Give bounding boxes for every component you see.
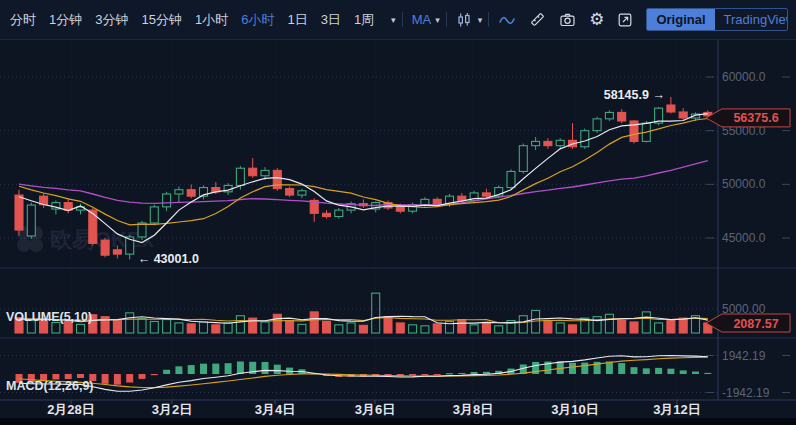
candle-body	[187, 190, 195, 196]
candle-body	[150, 207, 158, 223]
interval-tab-1[interactable]: 分时	[10, 11, 36, 29]
volume-bar	[138, 319, 146, 333]
indicator-line	[19, 357, 708, 387]
candle-body	[507, 171, 515, 187]
candle-body	[163, 194, 171, 207]
screenshot-icon[interactable]	[559, 12, 576, 28]
interval-tab-7[interactable]: 1日	[287, 11, 307, 29]
curve-icon[interactable]	[498, 12, 516, 28]
interval-tab-4[interactable]: 15分钟	[141, 11, 181, 29]
interval-tab-2[interactable]: 1分钟	[49, 11, 82, 29]
candle-body	[261, 170, 269, 175]
volume-bar	[519, 316, 527, 333]
mode-original-button[interactable]: Original	[647, 9, 714, 30]
volume-bar	[470, 325, 478, 333]
indicator-line	[19, 114, 708, 243]
macd-axis-label: -1942.19	[722, 386, 770, 400]
interval-tabs: 分时1分钟3分钟15分钟1小时6小时1日3日1周	[10, 11, 387, 29]
macd-histogram-bar	[618, 363, 625, 374]
volume-bar	[113, 321, 121, 333]
interval-tab-3[interactable]: 3分钟	[95, 11, 128, 29]
volume-bar	[679, 318, 687, 333]
volume-bar	[175, 323, 183, 333]
candle-body	[421, 199, 429, 204]
fullscreen-icon[interactable]	[617, 12, 633, 28]
candle-body	[101, 240, 109, 255]
intervals-more-caret[interactable]: ▾	[391, 15, 396, 25]
volume-bar	[347, 323, 355, 333]
indicator-line	[19, 119, 708, 225]
macd-indicator-label: MACD(12,26,9)	[6, 379, 94, 393]
candle-body	[298, 191, 306, 195]
volume-bar	[384, 317, 392, 333]
candle-body	[532, 141, 540, 145]
date-axis-label: 2月28日	[47, 402, 95, 417]
settings-icon[interactable]: ⚙	[589, 11, 604, 28]
volume-bar	[618, 321, 626, 333]
candle-body	[482, 193, 490, 196]
chart-mode-toggle: Original TradingView	[646, 8, 788, 31]
volume-bar	[187, 324, 195, 333]
candle-body	[458, 196, 466, 200]
macd-histogram-bar	[237, 361, 244, 374]
date-axis-label: 3月4日	[255, 402, 295, 417]
volume-bar	[52, 322, 60, 333]
ma-caret[interactable]: ▾	[435, 15, 440, 25]
macd-histogram-bar	[631, 367, 638, 374]
macd-histogram-bar	[151, 374, 158, 375]
bottom-strip	[0, 418, 796, 425]
volume-bar	[630, 322, 638, 333]
macd-histogram-bar	[569, 363, 576, 374]
interval-tab-9[interactable]: 1周	[354, 11, 374, 29]
candle-body	[113, 250, 121, 254]
candlestick-style-icon[interactable]	[456, 12, 472, 28]
interval-tab-5[interactable]: 1小时	[195, 11, 228, 29]
macd-axis-label: 1942.19	[722, 349, 766, 363]
volume-bar	[372, 293, 380, 333]
macd-histogram-bar	[581, 363, 588, 374]
volume-bar	[224, 323, 232, 333]
date-axis-label: 3月2日	[152, 402, 192, 417]
macd-histogram-bar	[655, 368, 662, 374]
mode-tradingview-button[interactable]: TradingView	[715, 9, 788, 30]
volume-bar	[335, 325, 343, 333]
volume-bar	[261, 322, 269, 333]
candle-body	[519, 146, 527, 172]
candle-body	[273, 170, 281, 188]
candle-body	[323, 213, 331, 216]
macd-histogram-bar	[274, 365, 281, 374]
macd-histogram-bar	[225, 363, 232, 374]
chart-toolbar: 分时1分钟3分钟15分钟1小时6小时1日3日1周 ▾ MA ▾ ▾	[0, 0, 796, 40]
volume-bar	[409, 325, 417, 333]
current-price-badge-text: 56375.6	[733, 111, 778, 125]
chart-style-caret[interactable]: ▾	[478, 15, 483, 25]
low-price-annotation: ← 43001.0	[138, 252, 199, 266]
high-price-annotation: 58145.9 →	[604, 88, 665, 102]
macd-histogram-bar	[200, 364, 207, 374]
candle-body	[605, 112, 613, 118]
macd-histogram-bar	[126, 374, 133, 383]
candlestick-chart[interactable]: 60000.055000.050000.045000.05000.001942.…	[0, 40, 796, 425]
interval-tab-8[interactable]: 3日	[321, 11, 341, 29]
price-axis-label: 50000.0	[722, 177, 766, 191]
macd-histogram-bar	[680, 370, 687, 374]
current-volume-badge-text: 2087.57	[733, 317, 778, 331]
date-axis-label: 3月10日	[551, 402, 599, 417]
drawing-tools-icon[interactable]	[529, 11, 546, 28]
candle-body	[138, 223, 146, 237]
interval-tab-6[interactable]: 6小时	[241, 11, 274, 29]
candle-body	[236, 168, 244, 185]
volume-bar	[667, 321, 675, 333]
candle-body	[249, 168, 257, 176]
volume-bar	[286, 321, 294, 333]
candle-body	[667, 105, 675, 112]
volume-bar	[396, 323, 404, 333]
macd-histogram-bar	[446, 373, 453, 374]
macd-histogram-bar	[77, 374, 84, 378]
ma-indicator-button[interactable]: MA	[412, 12, 432, 27]
date-axis-label: 3月12日	[653, 402, 701, 417]
date-axis-label: 3月8日	[453, 402, 493, 417]
candle-body	[335, 210, 343, 216]
macd-histogram-bar	[102, 374, 109, 384]
macd-histogram-bar	[704, 373, 711, 374]
